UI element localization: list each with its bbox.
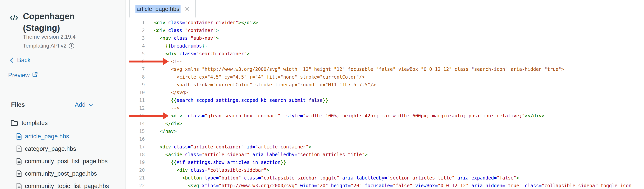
line-number: 3 <box>126 34 145 42</box>
file-icon <box>16 158 22 165</box>
code-text: <div class="container"> <box>154 26 218 34</box>
back-link[interactable]: Back <box>10 57 30 64</box>
code-line[interactable]: 19 {{#if settings.show_articles_in_secti… <box>126 159 644 166</box>
code-line[interactable]: 9 <path stroke="currentColor" stroke-lin… <box>126 81 644 89</box>
line-number: 12 <box>126 104 145 112</box>
code-line[interactable]: 11 {{search scoped=settings.scoped_kb_se… <box>126 96 644 104</box>
file-name: article_page.hbs <box>25 133 69 140</box>
file-item-article_page-hbs[interactable]: article_page.hbs <box>16 130 125 143</box>
tab-label: article_page.hbs <box>136 5 180 13</box>
folder-templates[interactable]: templates <box>11 120 48 127</box>
code-text: {{breadcrumbs}} <box>154 42 208 50</box>
code-text: {{search scoped=settings.scoped_kb_searc… <box>154 96 328 104</box>
line-number: 16 <box>126 135 145 143</box>
folder-icon <box>11 120 18 126</box>
add-file-button[interactable]: Add <box>75 101 93 108</box>
line-number: 11 <box>126 96 145 104</box>
file-list: article_page.hbs category_page.hbs commu… <box>16 130 125 189</box>
theme-title-line1: Copenhagen <box>23 10 116 22</box>
code-text: <button type="button" class="collapsible… <box>154 174 519 182</box>
code-editor[interactable]: 1<div class="container-divider"></div>2<… <box>126 17 644 189</box>
file-item-community_topic_list_page-hbs[interactable]: community_topic_list_page.hbs <box>16 180 125 189</box>
line-number: 21 <box>126 174 145 182</box>
code-line[interactable]: 13 <div class="glean-search-box--compact… <box>126 112 644 120</box>
line-number: 4 <box>126 42 145 50</box>
file-icon <box>16 170 22 177</box>
code-text: {{#if settings.show_articles_in_section}… <box>154 159 286 166</box>
code-text: <svg xmlns="http://www.w3.org/2000/svg" … <box>154 182 631 189</box>
file-name: category_page.hbs <box>25 145 76 152</box>
code-text: </div> <box>154 120 182 128</box>
code-line[interactable]: 5 <div class="search-container"> <box>126 50 644 58</box>
back-label: Back <box>17 57 30 64</box>
code-line[interactable]: 22 <svg xmlns="http://www.w3.org/2000/sv… <box>126 182 644 189</box>
line-number: 7 <box>126 65 145 73</box>
code-line[interactable]: 1<div class="container-divider"></div> <box>126 19 644 26</box>
code-icon <box>10 14 18 22</box>
line-number: 13 <box>126 112 145 120</box>
file-name: community_post_page.hbs <box>25 170 97 177</box>
sidebar-divider <box>8 91 120 91</box>
code-text: <div class="glean-search-box--compact" s… <box>154 112 544 120</box>
file-item-community_post_list_page-hbs[interactable]: community_post_list_page.hbs <box>16 155 125 168</box>
theme-version: Theme version 2.19.4 <box>23 34 76 40</box>
file-item-category_page-hbs[interactable]: category_page.hbs <box>16 143 125 155</box>
code-text: <path stroke="currentColor" stroke-linec… <box>154 81 376 89</box>
editor-main: article_page.hbs × Save 1<div class="con… <box>126 0 644 189</box>
line-number: 1 <box>126 19 145 26</box>
line-number: 9 <box>126 81 145 89</box>
preview-label: Preview <box>8 72 30 79</box>
code-text: <div class="article-container" id="artic… <box>154 143 311 151</box>
code-line[interactable]: 20 <div class="collapsible-sidebar"> <box>126 166 644 174</box>
file-item-community_post_page-hbs[interactable]: community_post_page.hbs <box>16 168 125 180</box>
folder-name: templates <box>22 120 48 127</box>
code-line[interactable]: 14 </div> <box>126 120 644 128</box>
line-number: 8 <box>126 73 145 81</box>
code-text: --> <box>154 104 179 112</box>
theme-title-line2: (Staging) <box>23 22 116 34</box>
file-icon <box>16 133 22 140</box>
code-line[interactable]: 12 --> <box>126 104 644 112</box>
chevron-down-icon <box>88 103 93 106</box>
code-text: <!-- <box>154 58 182 65</box>
code-line[interactable]: 4 {{breadcrumbs}} <box>126 42 644 50</box>
code-line[interactable]: 15 </nav> <box>126 128 644 135</box>
preview-link[interactable]: Preview <box>8 72 38 79</box>
code-line[interactable]: 3 <nav class="sub-nav"> <box>126 34 644 42</box>
file-icon <box>16 183 22 189</box>
external-link-icon <box>32 72 38 79</box>
templating-api: Templating API v2 i <box>23 43 74 49</box>
line-number: 17 <box>126 143 145 151</box>
code-line[interactable]: 10 </svg> <box>126 89 644 96</box>
line-number: 6 <box>126 58 145 65</box>
code-text: <svg xmlns="http://www.w3.org/2000/svg" … <box>154 65 564 73</box>
tab-bar: article_page.hbs × <box>126 0 644 17</box>
code-line[interactable]: 21 <button type="button" class="collapsi… <box>126 174 644 182</box>
code-line[interactable]: 6 <!-- <box>126 58 644 65</box>
code-line[interactable]: 18 <aside class="article-sidebar" aria-l… <box>126 151 644 159</box>
code-line[interactable]: 16 <box>126 135 644 143</box>
line-number: 14 <box>126 120 145 128</box>
line-number: 15 <box>126 128 145 135</box>
theme-title: Copenhagen (Staging) <box>23 10 116 34</box>
info-icon[interactable]: i <box>69 43 74 48</box>
code-text: </nav> <box>154 128 177 135</box>
file-name: community_topic_list_page.hbs <box>25 183 109 189</box>
code-line[interactable]: 2<div class="container"> <box>126 26 644 34</box>
code-line[interactable]: 8 <circle cx="4.5" cy="4.5" r="4" fill="… <box>126 73 644 81</box>
theme-sidebar: Copenhagen (Staging) Theme version 2.19.… <box>0 0 126 189</box>
code-line[interactable]: 17 <div class="article-container" id="ar… <box>126 143 644 151</box>
templating-api-label: Templating API v2 <box>23 43 66 49</box>
code-line[interactable]: 7 <svg xmlns="http://www.w3.org/2000/svg… <box>126 65 644 73</box>
files-heading: Files <box>11 101 25 108</box>
code-text: <div class="collapsible-sidebar"> <box>154 166 269 174</box>
close-icon[interactable]: × <box>185 5 190 13</box>
add-label: Add <box>75 101 86 108</box>
line-number: 19 <box>126 159 145 166</box>
line-number: 18 <box>126 151 145 159</box>
line-number: 22 <box>126 182 145 189</box>
code-text: <circle cx="4.5" cy="4.5" r="4" fill="no… <box>154 73 365 81</box>
file-name: community_post_list_page.hbs <box>25 158 108 165</box>
line-number: 20 <box>126 166 145 174</box>
tab-article-page[interactable]: article_page.hbs × <box>129 0 196 17</box>
